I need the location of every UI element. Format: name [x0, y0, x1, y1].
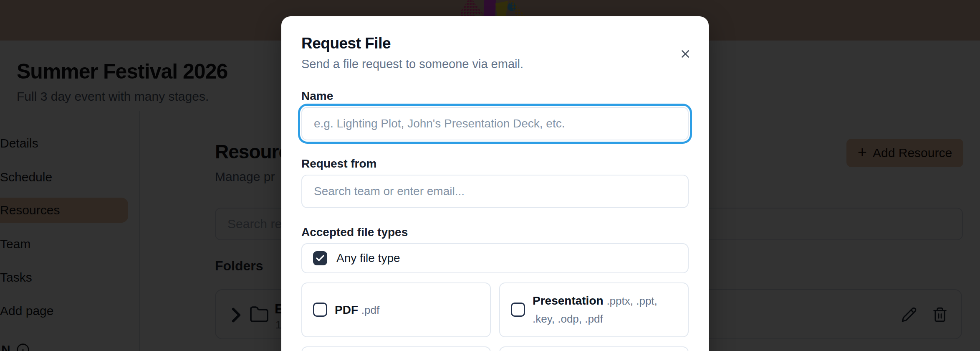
dialog-title: Request File	[301, 35, 689, 52]
name-input[interactable]	[301, 107, 689, 140]
file-type-grid: PDF .pdf Presentation .pptx, .ppt, .key,…	[301, 282, 689, 351]
request-from-input[interactable]	[301, 175, 689, 208]
any-file-type-option[interactable]: Any file type	[301, 243, 689, 273]
checkbox-unchecked-icon[interactable]	[313, 303, 327, 317]
accepted-file-types-label: Accepted file types	[301, 226, 689, 239]
file-type-name: PDF	[335, 303, 358, 316]
screen: Summer Festival 2026 Full 3 day event wi…	[0, 0, 980, 351]
any-file-type-label: Any file type	[336, 252, 400, 265]
check-icon	[315, 253, 325, 263]
request-file-dialog: Request File Send a file request to some…	[281, 16, 709, 351]
dialog-subtitle: Send a file request to someone via email…	[301, 57, 689, 71]
file-type-option-word-document[interactable]: Word Document .docx, .doc	[499, 346, 689, 351]
close-button[interactable]	[677, 46, 694, 62]
name-field-label: Name	[301, 89, 689, 103]
file-type-name: Presentation	[533, 294, 604, 307]
request-from-label: Request from	[301, 157, 689, 170]
file-type-option-pdf[interactable]: PDF .pdf	[301, 282, 491, 337]
file-type-option-image[interactable]: Image .jpg, .png, .webp, .svg	[301, 346, 491, 351]
checkbox-unchecked-icon[interactable]	[511, 303, 525, 317]
close-icon	[679, 48, 692, 60]
file-type-option-presentation[interactable]: Presentation .pptx, .ppt, .key, .odp, .p…	[499, 282, 689, 337]
checkbox-checked-icon[interactable]	[313, 251, 327, 265]
file-type-extensions: .pdf	[361, 304, 379, 316]
